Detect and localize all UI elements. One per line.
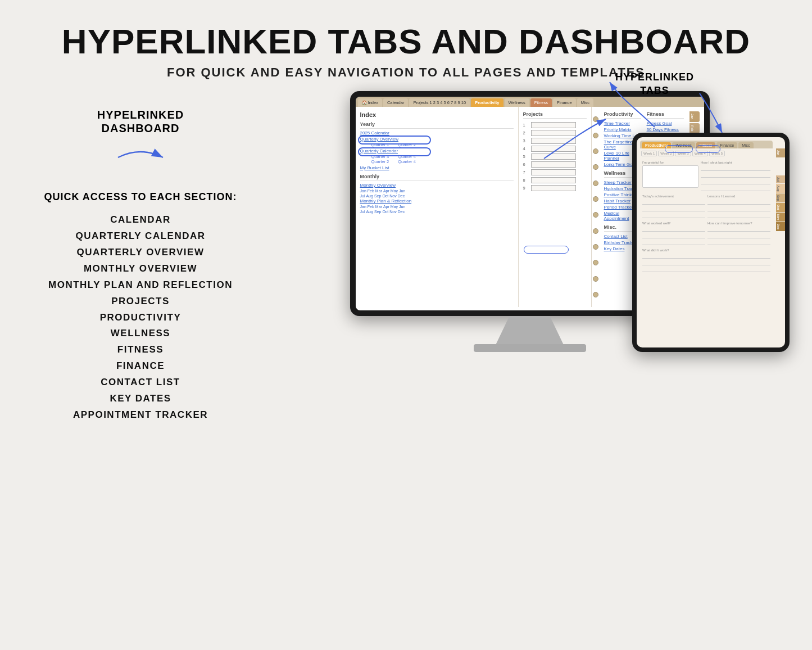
tablet-worked-row: What worked well? How can I improve tomo… bbox=[642, 222, 770, 246]
lessons-label: Lessons I Learned bbox=[707, 195, 770, 198]
quick-access-list: CALENDAR QUARTERLY CALENDAR QUARTERLY OV… bbox=[28, 212, 253, 423]
list-item: QUARTERLY CALENDAR bbox=[28, 228, 253, 245]
monthly-label: Monthly bbox=[360, 174, 514, 181]
grateful-label: I'm grateful for bbox=[642, 161, 698, 164]
list-item: KEY DATES bbox=[28, 391, 253, 407]
fitness-title: Fitness bbox=[647, 111, 684, 119]
link-quarterly-calendar[interactable]: Quarterly Calendar bbox=[360, 148, 514, 154]
tablet-tabs: Productivity Wellness Fitness Finance Mi… bbox=[640, 141, 773, 148]
tablet-side-jan[interactable]: Jan bbox=[776, 148, 785, 157]
yearly-label: Yearly bbox=[360, 121, 514, 129]
link-q4[interactable]: Quarter 4 bbox=[398, 154, 416, 159]
tablet-week3[interactable]: Week 3 bbox=[675, 151, 691, 156]
tab-misc[interactable]: Misc bbox=[577, 98, 593, 107]
projects-panel: Projects 1 2 3 4 5 6 7 8 9 bbox=[519, 107, 592, 307]
list-item: FINANCE bbox=[28, 358, 253, 374]
quick-access-header: QUICK ACCESS TO EACH SECTION: bbox=[28, 191, 253, 203]
index-title: Index bbox=[360, 111, 514, 118]
tab-productivity[interactable]: Productivity bbox=[471, 98, 503, 107]
grateful-box[interactable] bbox=[642, 165, 698, 188]
tablet-screen: Productivity Wellness Fitness Finance Mi… bbox=[637, 137, 785, 347]
projects-spiral: Projects 1 2 3 4 5 6 7 8 9 bbox=[519, 107, 600, 307]
side-tab-jan[interactable]: Jan bbox=[689, 111, 700, 121]
side-tab-feb[interactable]: Feb bbox=[689, 123, 700, 134]
list-item: FITNESS bbox=[28, 342, 253, 358]
sleep-label: How I slept last night bbox=[701, 161, 770, 164]
sub-title: FOR QUICK AND EASY NAVIGATION TO ALL PAG… bbox=[167, 65, 645, 80]
achievement-label: Today's achievement bbox=[642, 195, 705, 198]
link-q2b[interactable]: Quarter 2 bbox=[371, 159, 389, 164]
tablet-tab-wellness[interactable]: Wellness bbox=[672, 142, 695, 148]
tablet-tab-productivity[interactable]: Productivity bbox=[642, 142, 671, 148]
quick-access-section: QUICK ACCESS TO EACH SECTION: CALENDAR Q… bbox=[22, 191, 258, 423]
list-item: APPOINTMENT TRACKER bbox=[28, 407, 253, 423]
spiral-binding bbox=[592, 107, 600, 307]
list-item: WELLNESS bbox=[28, 326, 253, 342]
tablet-tab-finance[interactable]: Finance bbox=[716, 142, 737, 148]
tab-finance[interactable]: Finance bbox=[553, 98, 576, 107]
tablet-week1[interactable]: Week 1 bbox=[641, 151, 657, 156]
list-item: MONTHLY PLAN AND REFLECTION bbox=[28, 277, 253, 294]
link-bucket-list[interactable]: My Bucket List bbox=[360, 165, 514, 170]
list-item: CONTACT LIST bbox=[28, 374, 253, 391]
tablet-lessons: Lessons I Learned bbox=[707, 195, 770, 219]
worked-well-label: What worked well? bbox=[642, 222, 705, 225]
didnt-work-label: What didn't work? bbox=[642, 249, 770, 252]
tablet-content: I'm grateful for How I slept last night bbox=[640, 159, 773, 277]
dashboard-annotation: HYPELRINKEDDASHBOARD bbox=[22, 108, 258, 135]
productivity-title: Productivity bbox=[604, 111, 641, 119]
improve-label: How can I improve tomorrow? bbox=[707, 222, 770, 225]
tablet-side-sep[interactable]: Sep bbox=[776, 193, 785, 202]
tablet-achievement-row: Today's achievement Lessons I Learned bbox=[642, 195, 770, 219]
dashboard-arrow bbox=[107, 141, 174, 174]
list-item: CALENDAR bbox=[28, 212, 253, 228]
link-priority-matrix[interactable]: Priority Matrix bbox=[604, 127, 641, 132]
tab-calendar[interactable]: Calendar bbox=[383, 98, 408, 107]
link-quarterly-overview[interactable]: Quarterly Overview bbox=[360, 137, 514, 142]
link-time-tracker[interactable]: Time Tracker bbox=[604, 121, 641, 126]
list-item: PRODUCTIVITY bbox=[28, 310, 253, 326]
tablet-side-aug[interactable]: Aug bbox=[776, 184, 785, 193]
tablet-tab-fitness[interactable]: Fitness bbox=[696, 142, 716, 148]
monitor-stand bbox=[496, 316, 564, 344]
tab-index[interactable]: 🏠 Index bbox=[358, 98, 382, 107]
tablet-side-jul[interactable]: Jul bbox=[776, 175, 785, 183]
link-q2[interactable]: Quarter 2 bbox=[398, 142, 416, 147]
projects-title: Projects bbox=[523, 111, 587, 119]
tablet-top-row: I'm grateful for How I slept last night bbox=[642, 161, 770, 192]
tablet-grateful: I'm grateful for bbox=[642, 161, 698, 192]
tablet-sleep: How I slept last night bbox=[701, 161, 770, 192]
link-q4b[interactable]: Quarter 4 bbox=[398, 159, 416, 164]
index-panel: Index Yearly 2025 Calendar Quarterly Ove… bbox=[356, 107, 519, 307]
link-fitness-goal[interactable]: Fitness Goal bbox=[647, 121, 684, 126]
tab-fitness[interactable]: Fitness bbox=[530, 98, 552, 107]
tablet-side-dec[interactable]: Dec bbox=[776, 222, 785, 231]
tablet-body: Productivity Wellness Fitness Finance Mi… bbox=[632, 133, 790, 352]
tablet-main-content: Productivity Wellness Fitness Finance Mi… bbox=[637, 137, 776, 347]
main-title: HYPERLINKED TABS AND DASHBOARD bbox=[62, 22, 750, 61]
tab-wellness[interactable]: Wellness bbox=[505, 98, 529, 107]
tablet-week2[interactable]: Week 2 bbox=[658, 151, 674, 156]
tablet-side-tabs[interactable]: Jan Jul Aug Sep Oct Nov Dec bbox=[776, 137, 785, 347]
tablet-didnt-work: What didn't work? bbox=[642, 249, 770, 272]
tablet-side-nov[interactable]: Nov bbox=[776, 213, 785, 222]
tablet-tab-misc[interactable]: Misc bbox=[738, 142, 753, 148]
link-q3[interactable]: Quarter 3 bbox=[371, 154, 389, 159]
link-2025-calendar[interactable]: 2025 Calendar bbox=[360, 130, 514, 136]
link-monthly-plan[interactable]: Monthly Plan & Reflection bbox=[360, 198, 514, 204]
tablet-improve: How can I improve tomorrow? bbox=[707, 222, 770, 246]
tablet-week5[interactable]: Week 5 bbox=[709, 151, 725, 156]
link-monthly-overview[interactable]: Monthly Overview bbox=[360, 183, 514, 188]
link-q1[interactable]: Quarter 1 bbox=[371, 142, 389, 147]
tablet-section: HYPERLINKEDTABS bbox=[632, 133, 790, 352]
tab-projects[interactable]: Projects 1 2 3 4 5 6 7 8 9 10 bbox=[409, 98, 470, 107]
tablet-sub-tabs: Week 1 Week 2 Week 3 Week 4 Week 5 bbox=[640, 151, 773, 156]
monitor-base bbox=[474, 344, 586, 352]
tablet-worked-well: What worked well? bbox=[642, 222, 705, 246]
list-item: QUARTERLY OVERVIEW bbox=[28, 245, 253, 261]
tablet-week4[interactable]: Week 4 bbox=[692, 151, 708, 156]
tablet-side-oct[interactable]: Oct bbox=[776, 203, 785, 211]
screen-tabs: 🏠 Index Calendar Projects 1 2 3 4 5 6 7 … bbox=[356, 97, 704, 107]
tabs-annotation: HYPERLINKEDTABS bbox=[610, 71, 700, 97]
list-item: MONTHLY OVERVIEW bbox=[28, 261, 253, 277]
